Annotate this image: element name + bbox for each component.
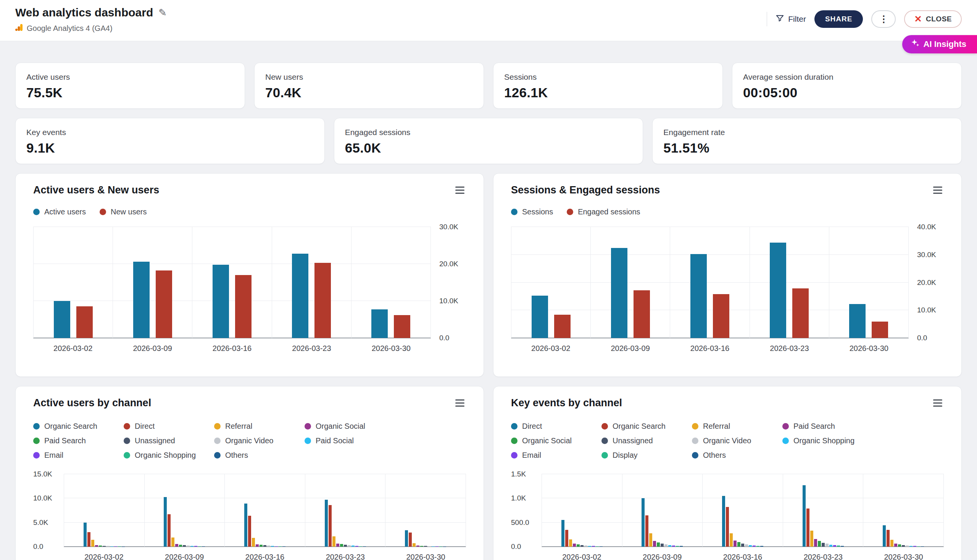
bar[interactable] <box>244 503 247 547</box>
bar[interactable] <box>713 294 729 338</box>
legend-item[interactable]: New users <box>100 208 147 216</box>
bar[interactable] <box>332 537 336 547</box>
bar[interactable] <box>436 546 439 547</box>
chart-menu-icon[interactable] <box>932 185 944 195</box>
bar[interactable] <box>99 545 102 547</box>
bar[interactable] <box>753 545 756 547</box>
bar[interactable] <box>584 545 587 547</box>
bar[interactable] <box>235 275 252 338</box>
bar[interactable] <box>267 545 270 547</box>
legend-item[interactable]: Paid Search <box>33 437 124 445</box>
bar[interactable] <box>355 546 358 547</box>
bar[interactable] <box>730 533 733 547</box>
ai-insights-button[interactable]: AI Insights <box>902 35 977 53</box>
bar[interactable] <box>87 532 90 547</box>
bar[interactable] <box>420 546 423 547</box>
bar[interactable] <box>653 541 656 547</box>
bar[interactable] <box>183 545 186 547</box>
legend-item[interactable]: Email <box>511 451 601 460</box>
bar[interactable] <box>76 306 93 338</box>
bar[interactable] <box>814 539 817 547</box>
bar[interactable] <box>413 543 416 547</box>
bar[interactable] <box>872 322 888 338</box>
bar[interactable] <box>259 545 262 547</box>
bar[interactable] <box>95 545 98 547</box>
bar[interactable] <box>275 546 278 547</box>
bar[interactable] <box>741 543 744 547</box>
bar[interactable] <box>837 545 840 547</box>
filter-button[interactable]: Filter <box>775 14 806 24</box>
bar[interactable] <box>428 546 431 547</box>
bar[interactable] <box>645 515 648 547</box>
bar[interactable] <box>577 544 580 547</box>
bar[interactable] <box>164 497 167 547</box>
more-options-button[interactable]: ⋮ <box>871 10 896 28</box>
bar[interactable] <box>110 546 114 547</box>
bar[interactable] <box>202 546 205 547</box>
bar[interactable] <box>849 304 865 338</box>
share-button[interactable]: SHARE <box>814 10 863 28</box>
bar[interactable] <box>726 507 729 547</box>
bar[interactable] <box>898 544 901 547</box>
edit-icon[interactable]: ✎ <box>159 7 167 19</box>
legend-item[interactable]: Unassigned <box>601 437 692 445</box>
bar[interactable] <box>554 315 571 338</box>
bar[interactable] <box>54 301 70 338</box>
legend-item[interactable]: Others <box>692 451 782 460</box>
bar[interactable] <box>894 543 897 547</box>
bar[interactable] <box>91 540 94 547</box>
chart-menu-icon[interactable] <box>454 398 466 408</box>
close-button[interactable]: ✕ CLOSE <box>904 10 962 28</box>
legend-item[interactable]: Organic Social <box>511 437 601 445</box>
bar[interactable] <box>133 262 150 338</box>
legend-item[interactable]: Referral <box>692 422 782 431</box>
bar[interactable] <box>657 542 660 547</box>
bar[interactable] <box>890 540 893 547</box>
legend-item[interactable]: Organic Video <box>214 437 304 445</box>
bar[interactable] <box>248 516 251 547</box>
bar[interactable] <box>561 520 564 547</box>
bar[interactable] <box>749 545 752 547</box>
bar[interactable] <box>588 546 591 547</box>
bar[interactable] <box>190 546 194 547</box>
bar[interactable] <box>252 538 255 547</box>
bar[interactable] <box>913 546 916 547</box>
bar[interactable] <box>187 545 190 547</box>
bar[interactable] <box>822 543 825 547</box>
bar[interactable] <box>371 309 388 338</box>
bar[interactable] <box>803 485 806 547</box>
bar[interactable] <box>745 544 748 547</box>
bar[interactable] <box>833 545 836 547</box>
bar[interactable] <box>416 545 419 547</box>
legend-item[interactable]: Organic Search <box>33 422 124 431</box>
bar[interactable] <box>432 546 435 547</box>
bar[interactable] <box>633 290 650 338</box>
legend-item[interactable]: Sessions <box>511 208 553 216</box>
bar[interactable] <box>596 546 599 547</box>
bar[interactable] <box>760 546 763 547</box>
bar[interactable] <box>409 533 412 547</box>
bar[interactable] <box>672 545 675 547</box>
bar[interactable] <box>405 530 408 547</box>
legend-item[interactable]: Others <box>214 451 304 460</box>
bar[interactable] <box>841 546 844 547</box>
bar[interactable] <box>114 546 117 547</box>
bar[interactable] <box>668 545 671 547</box>
bar[interactable] <box>256 544 259 547</box>
bar[interactable] <box>363 546 366 547</box>
bar[interactable] <box>690 254 707 338</box>
legend-item[interactable]: Active users <box>33 208 86 216</box>
bar[interactable] <box>737 542 740 547</box>
bar[interactable] <box>156 270 172 338</box>
bar[interactable] <box>592 546 595 547</box>
bar[interactable] <box>641 498 645 547</box>
bar[interactable] <box>118 546 121 547</box>
bar[interactable] <box>649 533 652 547</box>
legend-item[interactable]: Organic Social <box>304 422 395 431</box>
bar[interactable] <box>424 546 427 547</box>
bar[interactable] <box>887 530 890 547</box>
bar[interactable] <box>722 496 725 547</box>
bar[interactable] <box>194 546 197 547</box>
chart-menu-icon[interactable] <box>932 398 944 408</box>
legend-item[interactable]: Organic Shopping <box>124 451 214 460</box>
